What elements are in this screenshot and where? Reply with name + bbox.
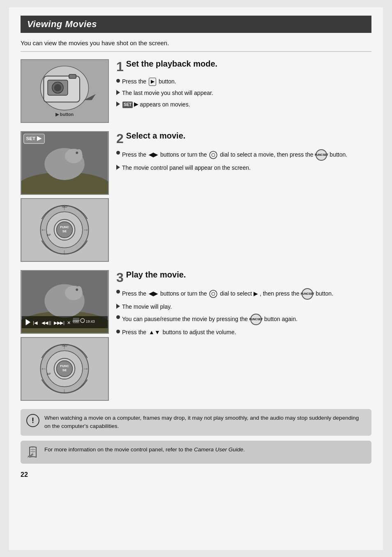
svg-point-14 <box>67 150 73 158</box>
svg-text:▶|: ▶| <box>60 320 65 325</box>
reference-box: For more information on the movie contro… <box>21 441 371 464</box>
list-item: The movie control panel will appear on t… <box>116 164 371 172</box>
svg-point-40 <box>76 289 78 291</box>
bullet-arrow-icon <box>116 90 120 95</box>
step-1-number: 1 <box>116 60 124 73</box>
svg-text:SE: SE <box>62 229 67 233</box>
step-3-image-2: FUNC SE ↑ ↓ ← → ISO AF <box>21 337 109 401</box>
step-2-number: 2 <box>116 132 124 145</box>
lr-arrows: ◀▶ <box>149 151 158 158</box>
svg-text:FUNC: FUNC <box>60 225 69 229</box>
list-item: SET▶ appears on movies. <box>116 100 371 109</box>
bullet-arrow-icon <box>116 102 120 106</box>
svg-text:▶: ▶ <box>37 135 42 141</box>
svg-point-5 <box>54 84 62 91</box>
svg-point-67 <box>212 292 215 296</box>
bullet-circle-icon <box>116 330 120 333</box>
step-1-title: 1 Set the playback mode. <box>116 59 371 73</box>
step-2-title: 2 Select a movie. <box>116 131 371 145</box>
func-set-btn: FUNCSET <box>316 149 327 161</box>
list-item: Press the ◀▶ buttons or turn the dial to… <box>116 149 371 161</box>
book-svg <box>26 446 39 459</box>
svg-text:→: → <box>83 226 89 233</box>
bullet-circle-icon <box>116 290 120 294</box>
svg-text:AF: AF <box>47 372 51 376</box>
list-item: Press the ◀▶ buttons or turn the dial to… <box>116 288 371 300</box>
list-item: The movie will play. <box>116 303 371 311</box>
svg-point-33 <box>212 153 215 157</box>
dial-icon <box>209 151 217 159</box>
bullet-arrow-icon <box>116 165 120 170</box>
note-text: When watching a movie on a computer, fra… <box>44 414 366 431</box>
intro-text: You can view the movies you have shot on… <box>21 39 371 46</box>
step-2-content: 2 Select a movie. Press the ◀▶ buttons o… <box>116 131 371 175</box>
reference-text: For more information on the movie contro… <box>44 446 245 454</box>
step-1-image: ▶ button <box>21 59 109 123</box>
note-box: ! When watching a movie on a computer, f… <box>21 409 371 436</box>
dial-icon <box>209 290 217 298</box>
page: Viewing Movies You can view the movies y… <box>9 7 383 550</box>
page-number: 22 <box>21 471 371 478</box>
svg-text:ISO: ISO <box>62 344 67 347</box>
step-2-image-1: SET ▶ <box>21 131 109 195</box>
warning-icon: ! <box>26 414 39 427</box>
bullet-circle-icon <box>116 151 120 155</box>
svg-text:→: → <box>83 365 89 372</box>
list-item: You can pause/resume the movie by pressi… <box>116 314 371 325</box>
step-3-images: |◀ ◀◀ || ▶▶ ▶| ✕ 0'00" 19:43 <box>21 270 109 401</box>
divider <box>21 51 371 52</box>
svg-text:✕: ✕ <box>67 320 71 325</box>
steps-area: ▶ button 1 Set the playback mode. Press … <box>21 59 371 409</box>
bullet-circle-icon <box>116 79 120 83</box>
bullet-circle-icon <box>116 315 120 319</box>
step-1-content: 1 Set the playback mode. Press the ▶ but… <box>116 59 371 111</box>
svg-text:|◀: |◀ <box>33 320 38 325</box>
svg-text:FUNC: FUNC <box>60 364 69 368</box>
book-icon <box>26 446 39 459</box>
svg-text:SE: SE <box>62 368 67 372</box>
svg-text:←: ← <box>41 365 47 372</box>
svg-text:AF: AF <box>47 233 51 237</box>
step-1-images: ▶ button <box>21 59 109 123</box>
func-set-btn-3: FUNCSET <box>250 314 262 325</box>
svg-point-15 <box>76 152 78 154</box>
svg-text:0'00": 0'00" <box>73 319 80 323</box>
step-3-number: 3 <box>116 271 124 284</box>
svg-marker-69 <box>28 455 29 458</box>
list-item: Press the ▶ button. <box>116 77 371 86</box>
step-3-title: 3 Play the movie. <box>116 270 371 284</box>
svg-text:SET: SET <box>26 136 36 141</box>
step-1-row: ▶ button 1 Set the playback mode. Press … <box>21 59 371 123</box>
svg-text:ISO: ISO <box>62 205 67 208</box>
svg-text:←: ← <box>41 226 47 233</box>
svg-point-32 <box>210 151 217 159</box>
page-title: Viewing Movies <box>21 16 371 33</box>
step-2-bullets: Press the ◀▶ buttons or turn the dial to… <box>116 149 371 172</box>
svg-point-13 <box>76 149 82 159</box>
list-item: Press the ▲▼ buttons to adjust the volum… <box>116 328 371 336</box>
svg-text:19:43: 19:43 <box>86 319 95 324</box>
svg-text:▶ button: ▶ button <box>55 112 74 117</box>
svg-rect-6 <box>69 74 76 79</box>
svg-point-66 <box>210 290 217 298</box>
playback-btn: ▶ <box>149 78 156 86</box>
step-3-row: |◀ ◀◀ || ▶▶ ▶| ✕ 0'00" 19:43 <box>21 270 371 401</box>
bullet-arrow-icon <box>116 304 120 309</box>
step-2-images: SET ▶ FUNC SE <box>21 131 109 262</box>
svg-point-39 <box>67 287 73 295</box>
step-2-image-2: FUNC SE ↑ ↓ ← → ISO AF <box>21 198 109 262</box>
step-3-content: 3 Play the movie. Press the ◀▶ buttons o… <box>116 270 371 340</box>
svg-text:||: || <box>49 320 51 325</box>
set-badge: SET▶ <box>122 101 138 109</box>
svg-text:◀◀: ◀◀ <box>42 320 48 325</box>
svg-point-38 <box>76 286 82 296</box>
step-3-bullets: Press the ◀▶ buttons or turn the dial to… <box>116 288 371 337</box>
func-set-btn-2: FUNCSET <box>302 288 313 300</box>
list-item: The last movie you shot will appear. <box>116 89 371 97</box>
svg-text:▶▶: ▶▶ <box>54 320 61 325</box>
step-3-image-1: |◀ ◀◀ || ▶▶ ▶| ✕ 0'00" 19:43 <box>21 270 109 334</box>
step-1-bullets: Press the ▶ button. The last movie you s… <box>116 77 371 109</box>
step-2-row: SET ▶ FUNC SE <box>21 131 371 262</box>
